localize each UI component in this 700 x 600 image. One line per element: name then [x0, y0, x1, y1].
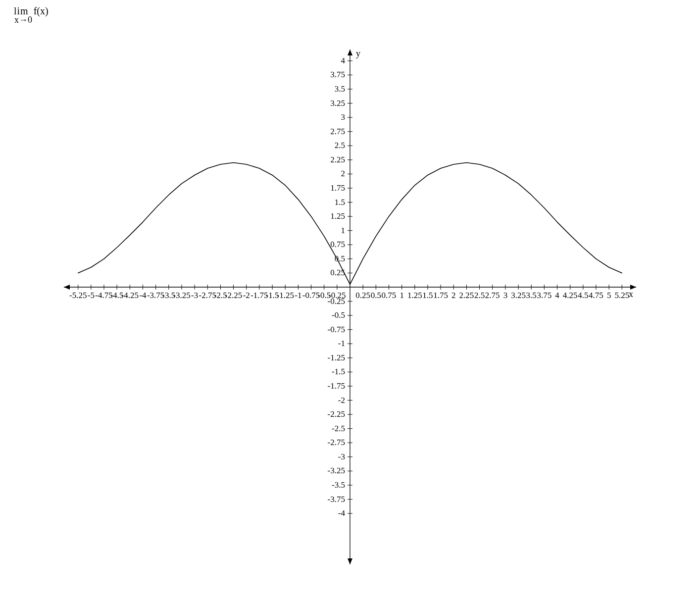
svg-text:x: x [629, 289, 633, 299]
svg-text:0.75: 0.75 [382, 291, 397, 300]
svg-text:0.75: 0.75 [330, 240, 345, 249]
limit-sub: x→0 [14, 15, 49, 25]
svg-text:-3: -3 [338, 452, 345, 461]
svg-text:3: 3 [341, 112, 346, 122]
svg-text:2.25: 2.25 [459, 291, 474, 300]
svg-text:3.25: 3.25 [511, 291, 526, 300]
svg-text:1.25: 1.25 [407, 291, 422, 300]
svg-text:2.5: 2.5 [335, 141, 345, 150]
svg-text:-2.25: -2.25 [225, 291, 242, 300]
svg-text:4: 4 [555, 291, 559, 300]
svg-text:3: 3 [503, 291, 508, 300]
svg-text:0.5: 0.5 [335, 254, 345, 263]
svg-text:3.25: 3.25 [330, 99, 345, 108]
svg-text:-3.25: -3.25 [328, 466, 345, 475]
svg-text:y: y [356, 49, 360, 58]
svg-text:-1.5: -1.5 [332, 367, 345, 376]
svg-text:-5.25: -5.25 [69, 291, 87, 300]
svg-text:4: 4 [341, 56, 346, 65]
svg-text:-3: -3 [191, 291, 198, 300]
svg-text:1: 1 [341, 226, 346, 235]
svg-text:-2: -2 [338, 396, 345, 405]
svg-text:2: 2 [341, 169, 346, 178]
svg-text:1: 1 [400, 291, 404, 300]
svg-text:4.75: 4.75 [589, 291, 603, 300]
svg-text:-1: -1 [338, 339, 345, 348]
svg-text:0.5: 0.5 [371, 291, 381, 300]
svg-text:-1: -1 [295, 291, 301, 300]
svg-text:2.5: 2.5 [474, 291, 485, 300]
svg-text:1.25: 1.25 [330, 211, 345, 221]
svg-text:4.5: 4.5 [578, 291, 588, 300]
svg-text:-0.75: -0.75 [328, 325, 345, 334]
chart: xy-5.25-5-4.75-4.5-4.25-4-3.75-3.5-3.25-… [0, 40, 700, 574]
svg-text:2.75: 2.75 [330, 127, 345, 136]
chart-svg: xy-5.25-5-4.75-4.5-4.25-4-3.75-3.5-3.25-… [58, 40, 642, 574]
svg-text:3.75: 3.75 [537, 291, 551, 300]
svg-text:-5: -5 [88, 291, 95, 300]
svg-text:-3.75: -3.75 [328, 495, 345, 504]
svg-text:-2.5: -2.5 [332, 424, 345, 433]
svg-text:-2.25: -2.25 [328, 409, 345, 419]
svg-text:3.5: 3.5 [526, 291, 537, 300]
svg-text:-2: -2 [243, 291, 250, 300]
svg-text:2.25: 2.25 [330, 155, 345, 164]
svg-text:-4.25: -4.25 [121, 291, 139, 300]
svg-text:-1.75: -1.75 [328, 381, 345, 391]
svg-text:1.75: 1.75 [433, 291, 448, 300]
svg-text:-4: -4 [338, 508, 346, 518]
limit-fx: f(x) [34, 6, 49, 16]
svg-text:3.5: 3.5 [335, 84, 345, 94]
svg-text:5: 5 [607, 291, 611, 300]
svg-text:-0.25: -0.25 [328, 297, 345, 306]
svg-text:1.5: 1.5 [335, 198, 345, 207]
svg-text:5.25: 5.25 [614, 291, 629, 300]
svg-text:-4: -4 [139, 291, 147, 300]
svg-text:2: 2 [451, 291, 456, 300]
svg-text:4.25: 4.25 [563, 291, 578, 300]
svg-text:-2.75: -2.75 [328, 438, 345, 447]
svg-text:-1.25: -1.25 [277, 291, 294, 300]
svg-text:-0.5: -0.5 [332, 310, 345, 320]
svg-text:-3.25: -3.25 [173, 291, 190, 300]
svg-text:-3.5: -3.5 [332, 480, 345, 490]
limit-expression: lim f(x) x→0 [14, 6, 49, 25]
svg-text:3.75: 3.75 [330, 70, 345, 79]
svg-text:2.75: 2.75 [485, 291, 500, 300]
svg-text:1.5: 1.5 [422, 291, 433, 300]
svg-text:0.25: 0.25 [355, 291, 370, 300]
svg-text:-1.25: -1.25 [328, 353, 345, 362]
svg-text:1.75: 1.75 [330, 183, 345, 193]
